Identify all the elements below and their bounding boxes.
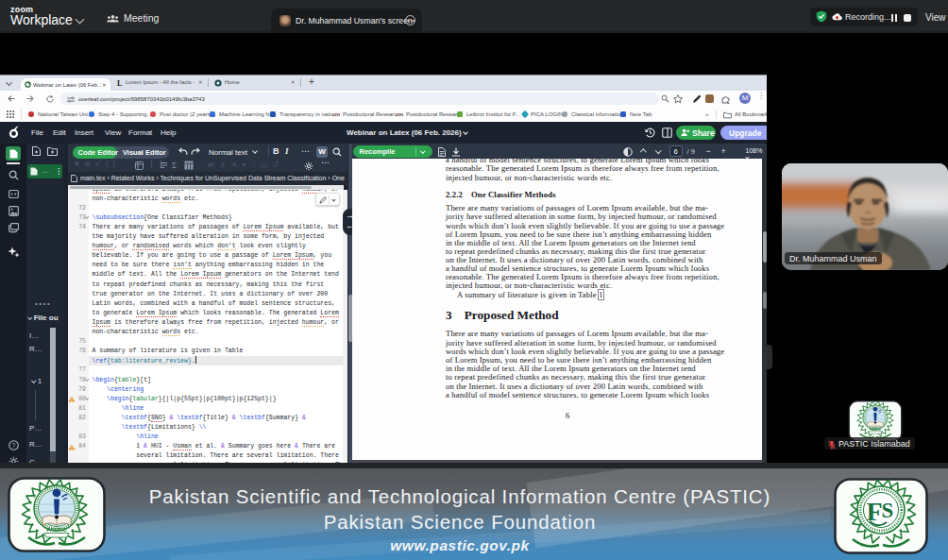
svg-text:PASTIC: PASTIC xyxy=(46,527,67,533)
svg-text:PASTIC: PASTIC xyxy=(870,428,881,432)
svg-text:?: ? xyxy=(11,442,15,449)
svg-text:F: F xyxy=(866,497,882,526)
svg-text:S: S xyxy=(882,499,894,522)
